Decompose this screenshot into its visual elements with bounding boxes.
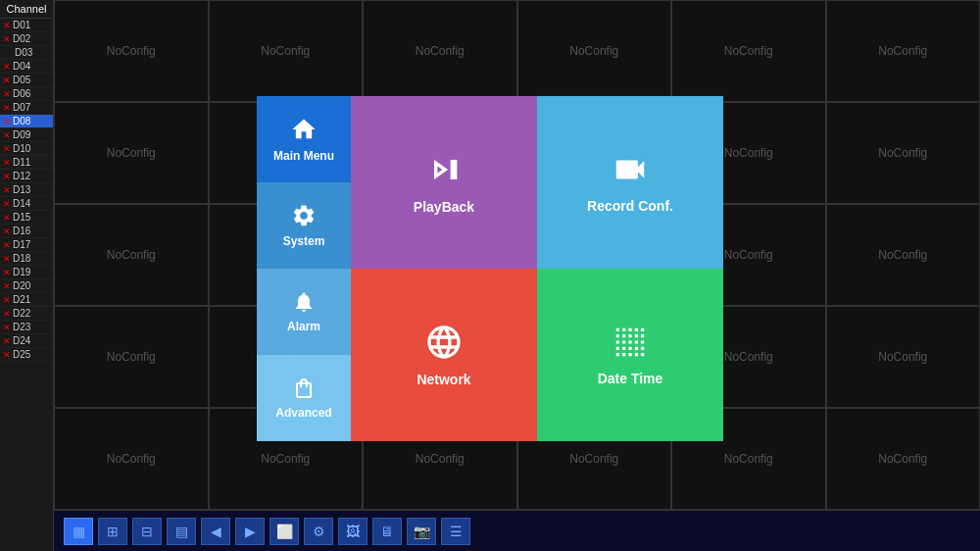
channel-item-d16[interactable]: ✕D16 (0, 225, 53, 238)
channel-item-d15[interactable]: ✕D15 (0, 211, 53, 225)
no-config-label: NoConfig (416, 452, 465, 466)
grid-cell-r0-c4: NoConfig (671, 0, 826, 102)
no-config-label: NoConfig (107, 44, 156, 58)
channel-label: D14 (13, 198, 30, 209)
channel-item-d13[interactable]: ✕D13 (0, 183, 53, 197)
channel-x-mark: ✕ (3, 75, 11, 85)
channel-x-mark: ✕ (3, 172, 11, 181)
channel-x-mark: ✕ (3, 117, 11, 126)
channel-item-d02[interactable]: ✕D02 (0, 32, 53, 46)
channel-label: D22 (13, 308, 30, 319)
channel-label: D10 (13, 143, 30, 154)
channel-item-d17[interactable]: ✕D17 (0, 238, 53, 252)
channel-item-d24[interactable]: ✕D24 (0, 334, 53, 348)
toolbar: ▦⊞⊟▤◀▶⬜⚙🖼🖥📷☰ (54, 510, 980, 551)
channel-label: D05 (13, 75, 30, 85)
channel-label: D07 (13, 102, 30, 113)
channel-label: D24 (13, 335, 30, 346)
channel-x-mark: ✕ (3, 226, 11, 236)
channel-x-mark: ✕ (3, 281, 11, 291)
advanced-button[interactable]: Advanced (257, 355, 351, 441)
grid-cell-r2-c0: NoConfig (54, 204, 209, 306)
channel-label: D20 (13, 280, 30, 291)
toolbar-next-button[interactable]: ▶ (235, 518, 265, 545)
no-config-label: NoConfig (724, 248, 773, 262)
no-config-label: NoConfig (878, 146, 927, 160)
channel-label: D23 (13, 322, 30, 332)
channel-x-mark: ✕ (3, 62, 11, 72)
channel-x-mark: ✕ (3, 21, 11, 30)
datetime-icon (612, 324, 649, 361)
alarm-button[interactable]: Alarm (257, 269, 351, 355)
grid-cell-r0-c0: NoConfig (54, 0, 209, 102)
toolbar-grid2-button[interactable]: ⊞ (98, 518, 127, 545)
toolbar-display-button[interactable]: 🖥 (372, 518, 402, 545)
house-icon (290, 116, 318, 143)
no-config-label: NoConfig (878, 452, 927, 466)
channel-item-d01[interactable]: ✕D01 (0, 19, 53, 32)
channel-item-d22[interactable]: ✕D22 (0, 307, 53, 321)
channel-x-mark: ✕ (3, 336, 11, 346)
no-config-label: NoConfig (261, 44, 310, 58)
channel-label: D03 (15, 47, 32, 58)
toolbar-list-button[interactable]: ☰ (441, 518, 470, 545)
channel-item-d14[interactable]: ✕D14 (0, 197, 53, 211)
menu-right: PlayBack Record Conf. Network Date Time (351, 96, 723, 441)
datetime-button[interactable]: Date Time (537, 269, 723, 441)
no-config-label: NoConfig (107, 248, 156, 262)
toolbar-settings-button[interactable]: ⚙ (304, 518, 333, 545)
grid-cell-r0-c2: NoConfig (363, 0, 517, 102)
channel-item-d03[interactable]: D03 (0, 46, 53, 60)
record-icon (612, 151, 649, 188)
toolbar-camera-button[interactable]: 📷 (407, 518, 436, 545)
channel-item-d08[interactable]: ✕D08 (0, 115, 53, 128)
channel-label: D19 (13, 267, 30, 277)
grid-cell-r4-c0: NoConfig (54, 408, 209, 510)
network-button[interactable]: Network (351, 269, 537, 441)
channel-label: D01 (13, 20, 30, 30)
toolbar-grid3-button[interactable]: ⊟ (132, 518, 162, 545)
bell-icon (292, 290, 316, 314)
system-button[interactable]: System (257, 182, 351, 269)
channel-label: D21 (13, 294, 30, 305)
channel-item-d19[interactable]: ✕D19 (0, 266, 53, 279)
channel-item-d10[interactable]: ✕D10 (0, 142, 53, 156)
channel-item-d05[interactable]: ✕D05 (0, 74, 53, 87)
channel-x-mark: ✕ (3, 323, 11, 332)
channel-label: D15 (13, 212, 30, 223)
channel-label: D02 (13, 33, 30, 44)
menu-left: Main Menu System Alarm Advanced (257, 96, 351, 441)
channel-label: D11 (13, 157, 30, 168)
network-icon (424, 323, 464, 362)
channel-item-d06[interactable]: ✕D06 (0, 87, 53, 101)
channel-item-d21[interactable]: ✕D21 (0, 293, 53, 307)
no-config-label: NoConfig (724, 44, 773, 58)
record-button[interactable]: Record Conf. (537, 96, 723, 269)
channel-x-mark: ✕ (3, 89, 11, 99)
no-config-label: NoConfig (878, 248, 927, 262)
toolbar-grid1-button[interactable]: ▦ (64, 518, 93, 545)
channel-item-d11[interactable]: ✕D11 (0, 156, 53, 170)
channel-item-d07[interactable]: ✕D07 (0, 101, 53, 115)
playback-button[interactable]: PlayBack (351, 96, 537, 269)
datetime-label: Date Time (598, 371, 663, 386)
channel-item-d18[interactable]: ✕D18 (0, 252, 53, 266)
channel-item-d23[interactable]: ✕D23 (0, 321, 53, 334)
channel-item-d20[interactable]: ✕D20 (0, 279, 53, 293)
channel-label: D17 (13, 239, 30, 250)
no-config-label: NoConfig (107, 146, 156, 160)
toolbar-image-button[interactable]: 🖼 (338, 518, 368, 545)
toolbar-window-button[interactable]: ⬜ (270, 518, 299, 545)
channel-item-d09[interactable]: ✕D09 (0, 128, 53, 142)
channel-item-d25[interactable]: ✕D25 (0, 348, 53, 362)
toolbar-prev-button[interactable]: ◀ (201, 518, 230, 545)
channel-label: D09 (13, 129, 30, 140)
grid-cell-r0-c3: NoConfig (517, 0, 672, 102)
no-config-label: NoConfig (724, 146, 773, 160)
toolbar-grid4-button[interactable]: ▤ (167, 518, 196, 545)
main-menu-button[interactable]: Main Menu (257, 96, 351, 182)
channel-item-d12[interactable]: ✕D12 (0, 170, 53, 183)
channel-item-d04[interactable]: ✕D04 (0, 60, 53, 74)
system-label: System (283, 234, 325, 248)
channel-label: D12 (13, 171, 30, 181)
